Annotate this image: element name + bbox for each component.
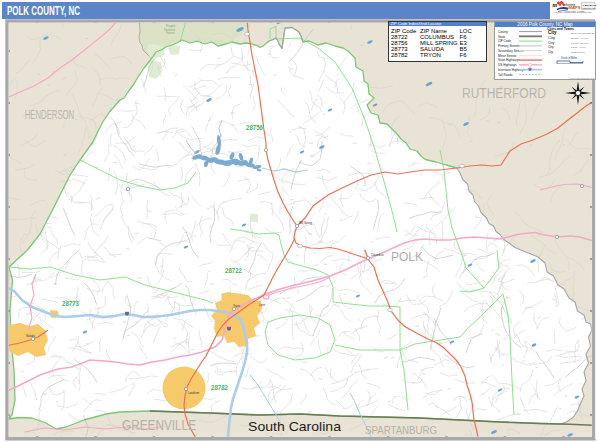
svg-text:28756: 28756 bbox=[246, 123, 263, 132]
svg-text:America's Leading Source of Bu: America's Leading Source of Business Map… bbox=[554, 11, 592, 13]
svg-text:Toll Roads: Toll Roads bbox=[498, 73, 513, 77]
svg-text:25,000 - 99,999: 25,000 - 99,999 bbox=[571, 37, 589, 40]
svg-text:Under 5,000: Under 5,000 bbox=[571, 51, 585, 54]
svg-text:City: City bbox=[548, 46, 554, 50]
svg-text:Saluda: Saluda bbox=[26, 334, 35, 338]
svg-text:10,000 - 24,999: 10,000 - 24,999 bbox=[571, 42, 589, 45]
svg-text:City: City bbox=[548, 50, 554, 54]
svg-text:ZIP Code: ZIP Code bbox=[498, 39, 511, 43]
svg-text:m: m bbox=[553, 2, 558, 8]
svg-text:Columbus: Columbus bbox=[371, 253, 384, 257]
svg-text:State: State bbox=[498, 35, 506, 39]
svg-text:5,000 - 9,999: 5,000 - 9,999 bbox=[571, 47, 586, 50]
svg-text:GREENVILLE: GREENVILLE bbox=[122, 417, 196, 433]
svg-text:Tryon: Tryon bbox=[233, 304, 240, 308]
svg-text:Lynn: Lynn bbox=[259, 303, 265, 307]
svg-text:Scale of Miles: Scale of Miles bbox=[561, 56, 578, 60]
svg-text:South Carolina: South Carolina bbox=[248, 419, 342, 434]
svg-text:Primary Streets: Primary Streets bbox=[498, 44, 520, 48]
svg-text:Forest: Forest bbox=[166, 31, 175, 35]
svg-text:28782: 28782 bbox=[211, 383, 228, 392]
svg-text:County: County bbox=[498, 30, 508, 34]
svg-text:Minor Streets: Minor Streets bbox=[498, 54, 517, 58]
svg-text:POLK: POLK bbox=[391, 249, 423, 264]
svg-text:MarketMAPS: MarketMAPS bbox=[583, 7, 596, 9]
svg-text:City: City bbox=[548, 41, 554, 45]
svg-text:US Highways: US Highways bbox=[498, 63, 517, 67]
svg-text:City: City bbox=[548, 35, 555, 40]
svg-text:POLK COUNTY, NC: POLK COUNTY, NC bbox=[7, 4, 80, 18]
svg-text:Landrum: Landrum bbox=[188, 391, 200, 395]
svg-text:SPARTANBURG: SPARTANBURG bbox=[365, 424, 437, 436]
svg-text:RUTHERFORD: RUTHERFORD bbox=[462, 85, 546, 101]
svg-text:28722: 28722 bbox=[225, 266, 242, 275]
svg-text:Over 100,000 and Co. seat: Over 100,000 and Co. seat bbox=[571, 32, 594, 35]
svg-text:HENDERSON: HENDERSON bbox=[25, 107, 74, 122]
svg-text:Mill Spring: Mill Spring bbox=[299, 221, 313, 225]
svg-text:State Highways: State Highways bbox=[498, 58, 520, 62]
svg-text:28773: 28773 bbox=[62, 299, 79, 308]
